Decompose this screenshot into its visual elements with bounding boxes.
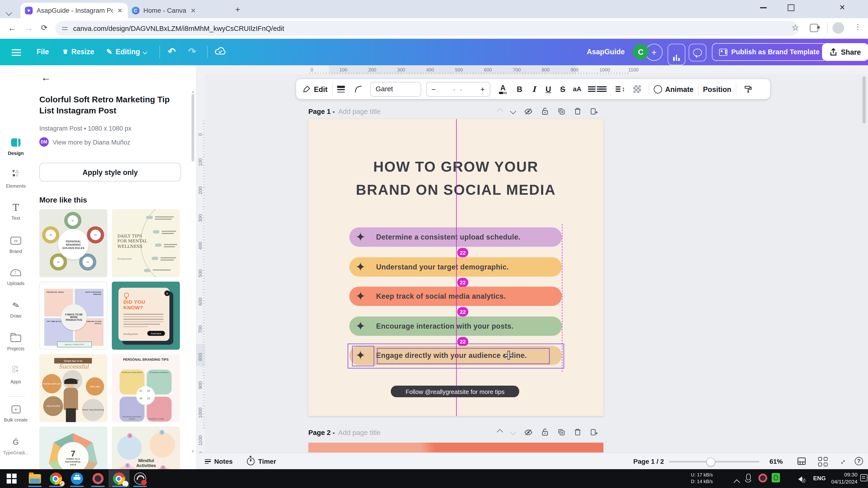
forward-icon[interactable]: → xyxy=(24,23,33,33)
comments-icon[interactable] xyxy=(689,44,706,61)
sidebar-item-elements[interactable]: ♥△■○ Elements xyxy=(0,169,32,189)
taskbar-obs[interactable] xyxy=(129,470,150,488)
hide-page-icon[interactable] xyxy=(524,107,533,115)
tip-pill-1[interactable]: ✦ Determine a consistent upload schedule… xyxy=(349,228,562,247)
taskbar-red-ring-app[interactable] xyxy=(87,470,108,488)
account-avatar[interactable]: C xyxy=(633,44,649,60)
tip-pill-2[interactable]: ✦ Understand your target demographic. xyxy=(349,257,562,276)
follow-handle-pill[interactable]: Follow @reallygreatsite for more tips xyxy=(391,386,519,397)
site-info-icon[interactable] xyxy=(62,27,67,30)
undo-icon[interactable]: ↶ xyxy=(168,46,176,58)
text-case-button[interactable]: aA xyxy=(570,82,584,96)
hide-page-icon[interactable] xyxy=(524,429,533,436)
canvas-scrollbar[interactable] xyxy=(862,76,866,123)
design-page-2-preview[interactable] xyxy=(308,443,603,453)
sidebar-item-projects[interactable]: Projects xyxy=(0,332,32,351)
sidebar-item-typegradient[interactable]: Ǵ TypeGradi... xyxy=(0,436,32,455)
extensions-puzzle-icon[interactable] xyxy=(810,24,818,32)
start-button[interactable] xyxy=(7,474,16,484)
sidebar-item-draw[interactable]: ✎ Draw xyxy=(0,299,32,319)
taskbar-chrome-active[interactable] xyxy=(108,470,129,488)
strikethrough-button[interactable]: S xyxy=(555,82,570,96)
taskbar-chrome-1[interactable] xyxy=(45,470,66,488)
bold-button[interactable]: B xyxy=(512,82,527,96)
scroll-down-arrow[interactable]: ▼ xyxy=(191,449,195,453)
stroke-weight-icon[interactable] xyxy=(337,82,351,96)
notifications-icon[interactable] xyxy=(860,474,868,481)
volume-icon[interactable]: )) xyxy=(798,474,805,484)
delete-page-icon[interactable] xyxy=(574,107,582,115)
vertical-ruler[interactable]: 010020030040050060070080090010001100 0 xyxy=(196,74,205,452)
move-page-up-icon[interactable] xyxy=(497,108,503,115)
taskbar-docker[interactable] xyxy=(66,470,87,488)
help-button[interactable]: ? xyxy=(855,457,863,465)
panel-scrollbar[interactable] xyxy=(191,94,194,161)
transparency-icon[interactable] xyxy=(630,82,644,96)
sidebar-item-brand[interactable]: co Brand xyxy=(0,234,32,254)
horizontal-ruler[interactable]: 010020030040050060070080090010001100 xyxy=(196,65,868,74)
curve-text-icon[interactable] xyxy=(351,82,366,96)
design-page-1[interactable]: HOW TO GROW YOUR BRAND ON SOCIAL MEDIA ✦… xyxy=(308,119,603,416)
notes-button[interactable]: Notes xyxy=(205,458,232,465)
add-page-icon[interactable] xyxy=(590,428,598,436)
template-thumbnail-mindful-activities[interactable]: 6 1 5 2 Mindful Activities @reallygreats… xyxy=(112,426,180,469)
sidebar-item-uploads[interactable]: ↑ Uploads xyxy=(0,267,32,286)
italic-button[interactable]: I xyxy=(527,82,541,96)
editing-mode-menu[interactable]: ✎Editing xyxy=(106,47,147,56)
page-title-input[interactable]: Add page title xyxy=(338,429,380,436)
language-indicator[interactable]: ENG xyxy=(813,475,826,481)
sidebar-item-bulk-create[interactable]: + Bulk create xyxy=(0,403,32,423)
zoom-slider-thumb[interactable] xyxy=(706,458,715,466)
fullscreen-icon[interactable]: ↔ xyxy=(836,455,848,467)
sidebar-item-text[interactable]: T Text xyxy=(0,201,32,221)
template-thumbnail-simple-tips-successful[interactable]: Simple tips to be Successful Practise se… xyxy=(39,354,107,422)
scroll-up-arrow[interactable]: ▲ xyxy=(191,90,195,93)
bullet-list-icon[interactable] xyxy=(599,82,613,96)
move-page-down-icon[interactable] xyxy=(510,429,516,435)
profile-avatar[interactable] xyxy=(833,22,844,34)
grid-view-icon[interactable] xyxy=(818,457,828,466)
url-field[interactable]: canva.com/design/DAGVNLBxLZM/i8mMhM_kwyC… xyxy=(55,21,799,36)
share-button[interactable]: Share xyxy=(822,43,868,61)
tray-record-icon[interactable] xyxy=(758,474,767,483)
animate-button[interactable]: Animate xyxy=(654,85,694,93)
font-size-stepper[interactable]: − - - + xyxy=(426,82,490,96)
template-thumbnail-branding-golden-rules[interactable]: 01 02 03 04 05 PERSONAL BRANDING GOLDEN … xyxy=(39,209,107,277)
template-thumbnail-personal-branding-tips[interactable]: PERSONAL BRANDING TIPS Identify your bra… xyxy=(112,354,180,422)
text-color-icon[interactable]: A xyxy=(496,82,510,96)
template-thumbnail-daily-tips-wellness[interactable]: DAILY TIPS FOR MENTAL WELLNESS @reallygr… xyxy=(112,209,180,277)
move-page-up-icon[interactable] xyxy=(497,429,503,435)
line-spacing-icon[interactable]: ↕ xyxy=(613,82,627,96)
taskbar-file-explorer[interactable] xyxy=(24,470,45,488)
template-thumbnail-4-ways-productive[interactable]: PRIORITIZE TASKS TAKE STRATEGIC BREAKS T… xyxy=(39,282,107,350)
new-tab-button[interactable]: + xyxy=(235,4,240,14)
back-icon[interactable]: ← xyxy=(8,23,17,33)
publish-brand-template-button[interactable]: Publish as Brand Template xyxy=(712,43,827,61)
timer-button[interactable]: Timer xyxy=(247,458,276,465)
back-icon[interactable]: ← xyxy=(41,72,51,84)
page-title-input[interactable]: Add page title xyxy=(338,108,380,116)
selection-text-box[interactable] xyxy=(377,348,550,364)
window-minimize-button[interactable] xyxy=(760,7,767,8)
move-page-down-icon[interactable] xyxy=(510,108,516,115)
tip-pill-3[interactable]: ✦ Keep track of social media analytics. xyxy=(349,287,562,306)
font-size-value[interactable]: - - xyxy=(453,85,463,93)
delete-page-icon[interactable] xyxy=(574,428,582,436)
resize-menu[interactable]: ♛Resize xyxy=(63,47,94,56)
text-align-icon[interactable] xyxy=(584,82,599,96)
tip-pill-4[interactable]: ✦ Encourage interaction with your posts. xyxy=(349,316,562,336)
window-restore-button[interactable] xyxy=(788,4,795,11)
tab-close-icon[interactable]: ✕ xyxy=(191,7,196,14)
position-button[interactable]: Position xyxy=(703,85,731,93)
clock[interactable]: 09:3004/11/2024 xyxy=(829,471,857,486)
sidebar-item-apps[interactable]: □○□+ Apps xyxy=(0,365,32,385)
add-page-icon[interactable] xyxy=(590,107,598,115)
reload-icon[interactable]: ⟳ xyxy=(41,23,48,32)
apply-style-button[interactable]: Apply style only xyxy=(39,163,181,182)
pages-view-icon[interactable] xyxy=(797,457,806,467)
browser-tab-active[interactable]: ♥ AsapGuide - Instagram Post ✕ xyxy=(21,3,128,19)
browser-tab-inactive[interactable]: C Home - Canva ✕ xyxy=(127,3,235,19)
template-thumbnail-7-steps-sale[interactable]: 7 STEPS TO A SUCCESSFUL SALE xyxy=(39,426,107,469)
font-size-decrease[interactable]: − xyxy=(432,85,436,93)
lock-page-icon[interactable] xyxy=(541,107,549,115)
